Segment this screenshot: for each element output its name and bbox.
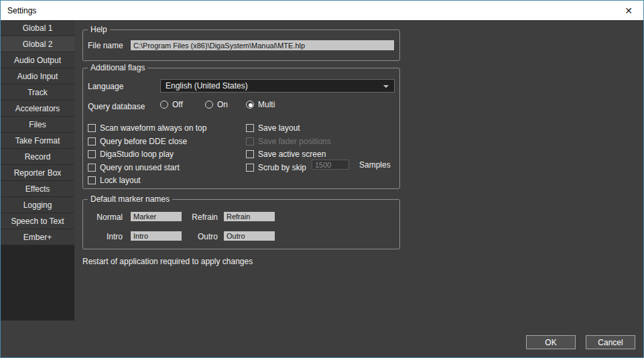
sidebar-item-files[interactable]: Files — [1, 117, 74, 133]
checkbox-icon — [88, 124, 96, 132]
checkbox-save-active-screen[interactable]: Save active screen — [246, 150, 326, 159]
additional-flags-title: Additional flags — [88, 63, 147, 72]
checkbox-icon — [88, 164, 96, 172]
samples-label: Samples — [359, 160, 391, 170]
titlebar: Settings ✕ — [1, 1, 643, 20]
checkbox-scrub-by-skip[interactable]: Scrub by skip — [246, 163, 306, 172]
radio-icon — [205, 101, 213, 109]
checkbox-save-layout[interactable]: Save layout — [246, 123, 300, 133]
radio-query-multi[interactable]: Multi — [246, 100, 275, 109]
sidebar-item-accelerators[interactable]: Accelerators — [1, 101, 74, 117]
window-title: Settings — [7, 6, 36, 15]
sidebar-item-global-1[interactable]: Global 1 — [1, 20, 74, 36]
checkbox-icon — [246, 124, 254, 132]
default-marker-names-title: Default marker names — [88, 194, 172, 204]
checkbox-icon — [88, 176, 96, 184]
checkbox-lock-layout[interactable]: Lock layout — [88, 176, 141, 185]
sidebar-item-audio-output[interactable]: Audio Output — [1, 52, 74, 68]
default-marker-names-group: Default marker names Normal Refrain Intr… — [82, 199, 400, 249]
query-database-label: Query database — [88, 102, 145, 111]
radio-query-off[interactable]: Off — [160, 100, 183, 109]
checkbox-scan-waveform-always-on-top[interactable]: Scan waveform always on top — [88, 123, 206, 133]
radio-icon — [246, 101, 254, 109]
chevron-down-icon — [383, 85, 389, 88]
settings-dialog: Settings ✕ Global 1 Global 2 Audio Outpu… — [0, 0, 644, 358]
outro-marker-input[interactable] — [224, 231, 275, 241]
checkbox-icon — [246, 137, 254, 145]
additional-flags-group: Additional flags Language English (Unite… — [82, 68, 400, 189]
checkbox-query-before-dde-close[interactable]: Query before DDE close — [88, 137, 187, 146]
language-dropdown[interactable]: English (United States) — [160, 79, 395, 93]
checkbox-query-on-unused-start[interactable]: Query on unused start — [88, 163, 180, 172]
sidebar-item-global-2[interactable]: Global 2 — [1, 36, 74, 52]
sidebar-item-logging[interactable]: Logging — [1, 197, 74, 213]
sidebar-item-record[interactable]: Record — [1, 149, 74, 165]
help-group-title: Help — [88, 25, 110, 34]
sidebar-item-audio-input[interactable]: Audio Input — [1, 68, 74, 84]
checkbox-save-fader-positions: Save fader positions — [246, 137, 331, 146]
refrain-marker-input[interactable] — [224, 212, 275, 221]
sidebar-item-speech-to-text[interactable]: Speech to Text — [1, 213, 74, 229]
checkbox-icon — [88, 137, 96, 145]
language-label: Language — [88, 82, 123, 91]
checkbox-icon — [88, 150, 96, 158]
radio-query-on[interactable]: On — [205, 100, 228, 109]
checkbox-icon — [246, 150, 254, 158]
language-value: English (United States) — [166, 81, 248, 91]
sidebar-item-reporter-box[interactable]: Reporter Box — [1, 165, 74, 181]
intro-label: Intro — [83, 232, 123, 241]
restart-note: Restart of application required to apply… — [82, 257, 253, 266]
refrain-label: Refrain — [164, 213, 218, 222]
close-icon[interactable]: ✕ — [614, 1, 643, 20]
scrub-skip-samples-input — [312, 160, 349, 170]
file-name-input[interactable] — [131, 40, 394, 50]
checkbox-icon — [246, 164, 254, 172]
help-group: Help File name — [82, 29, 400, 61]
normal-label: Normal — [83, 213, 123, 222]
radio-icon — [160, 101, 168, 109]
sidebar-item-take-format[interactable]: Take Format — [1, 133, 74, 149]
sidebar: Global 1 Global 2 Audio Output Audio Inp… — [1, 20, 74, 320]
cancel-button[interactable]: Cancel — [586, 335, 635, 349]
outro-label: Outro — [164, 232, 218, 241]
sidebar-item-effects[interactable]: Effects — [1, 181, 74, 197]
checkbox-digastudio-loop-play[interactable]: DigaStudio loop play — [88, 150, 174, 159]
file-name-label: File name — [88, 41, 123, 50]
ok-button[interactable]: OK — [526, 335, 576, 349]
sidebar-item-ember[interactable]: Ember+ — [1, 229, 74, 245]
sidebar-item-track[interactable]: Track — [1, 84, 74, 101]
